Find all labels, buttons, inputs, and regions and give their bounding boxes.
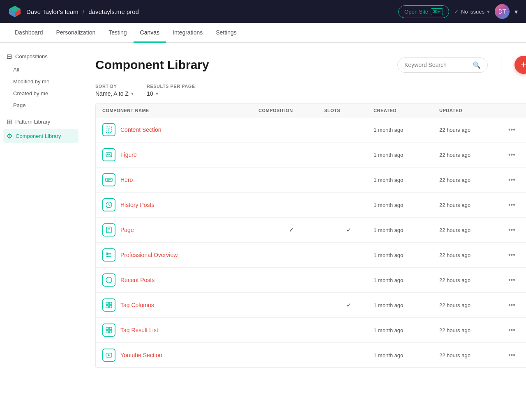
nav-personalization[interactable]: Personalization	[50, 23, 102, 43]
col-composition: COMPOSITION	[258, 108, 324, 113]
component-library-label: Component Library	[16, 133, 61, 139]
sort-by-select[interactable]: Name, A to Z ▾	[95, 90, 134, 97]
component-name-cell: Recent Posts	[102, 273, 258, 287]
component-icon	[102, 173, 115, 186]
component-icon	[102, 298, 115, 312]
component-name-cell: T Content Section	[102, 123, 258, 136]
open-site-button[interactable]: Open Site ⌘↵	[398, 5, 449, 18]
row-actions-cell: •••	[505, 325, 526, 335]
created-cell: 1 month ago	[374, 352, 439, 358]
sidebar-subsection-all[interactable]: All	[0, 64, 82, 76]
results-per-page-value: 10	[147, 90, 153, 97]
updated-cell: 22 hours ago	[439, 227, 505, 233]
component-name-link[interactable]: Tag Result List	[120, 327, 158, 333]
more-options-button[interactable]: •••	[505, 300, 519, 310]
more-options-button[interactable]: •••	[505, 174, 519, 185]
sidebar-item-component-library[interactable]: ⚙ Component Library	[3, 129, 78, 143]
main-layout: ⊟ Compositions All Modified by me Create…	[0, 43, 526, 420]
more-options-button[interactable]: •••	[505, 250, 519, 260]
row-actions-cell: •••	[505, 250, 526, 260]
results-chevron-icon: ▾	[156, 91, 158, 96]
svg-rect-7	[106, 178, 112, 181]
component-name-link[interactable]: Figure	[120, 151, 137, 158]
avatar-chevron[interactable]: ▾	[514, 8, 518, 16]
nav-canvas[interactable]: Canvas	[134, 23, 166, 43]
component-name-link[interactable]: Content Section	[120, 126, 161, 133]
sidebar-subsection-created[interactable]: Created by me	[0, 87, 82, 99]
page-title: Component Library	[95, 58, 209, 72]
col-component-name: COMPONENT NAME	[102, 108, 258, 113]
more-options-button[interactable]: •••	[505, 275, 519, 285]
components-table: COMPONENT NAME COMPOSITION SLOTS CREATED…	[95, 103, 526, 368]
created-cell: 1 month ago	[374, 202, 439, 208]
component-name-cell: History Posts	[102, 198, 258, 211]
no-issues-button[interactable]: ✓ No issues ▾	[454, 9, 490, 15]
more-options-button[interactable]: •••	[505, 350, 519, 360]
table-row: Tag Columns ✓ 1 month ago 22 hours ago •…	[96, 293, 526, 318]
updated-cell: 22 hours ago	[439, 277, 505, 283]
row-actions-cell: •••	[505, 350, 526, 360]
more-options-button[interactable]: •••	[505, 149, 519, 160]
svg-marker-33	[108, 354, 111, 356]
table-row: History Posts 1 month ago 22 hours ago •…	[96, 193, 526, 218]
composition-cell: ✓	[258, 227, 324, 233]
component-name-link[interactable]: Professional Overview	[120, 252, 178, 258]
nav-dashboard[interactable]: Dashboard	[8, 23, 50, 43]
main-content: Component Library 🔍 + SORT BY Name, A to…	[82, 43, 526, 420]
component-name-link[interactable]: Youtube Section	[120, 352, 162, 358]
component-name-link[interactable]: Hero	[120, 177, 133, 183]
component-icon	[102, 223, 115, 236]
all-label: All	[13, 67, 19, 73]
row-actions-cell: •••	[505, 300, 526, 310]
add-component-button[interactable]: +	[514, 56, 526, 74]
results-per-page-select[interactable]: 10 ▾	[147, 90, 195, 97]
more-options-button[interactable]: •••	[505, 124, 519, 135]
updated-cell: 22 hours ago	[439, 202, 505, 208]
modified-label: Modified by me	[13, 78, 49, 85]
sort-chevron-icon: ▾	[131, 91, 134, 96]
sort-by-value: Name, A to Z	[95, 90, 129, 97]
updated-cell: 22 hours ago	[439, 327, 505, 333]
component-name-cell: Page	[102, 223, 258, 236]
created-cell: 1 month ago	[374, 277, 439, 283]
sidebar-item-compositions[interactable]: ⊟ Compositions	[0, 49, 82, 64]
updated-cell: 22 hours ago	[439, 152, 505, 158]
nav-testing[interactable]: Testing	[102, 23, 133, 43]
sidebar-subsection-modified[interactable]: Modified by me	[0, 76, 82, 87]
more-options-button[interactable]: •••	[505, 225, 519, 235]
svg-rect-18	[106, 252, 108, 254]
nav-integrations[interactable]: Integrations	[166, 23, 209, 43]
created-cell: 1 month ago	[374, 327, 439, 333]
search-input[interactable]	[404, 62, 469, 68]
header-actions: 🔍 +	[397, 56, 526, 74]
table-row: Page ✓ ✓ 1 month ago 22 hours ago •••	[96, 218, 526, 243]
more-options-button[interactable]: •••	[505, 325, 519, 335]
row-actions-cell: •••	[505, 225, 526, 235]
component-icon	[102, 148, 115, 161]
nav-settings[interactable]: Settings	[209, 23, 243, 43]
sidebar-subsection-page[interactable]: Page	[0, 99, 82, 111]
component-icon	[102, 349, 115, 362]
created-cell: 1 month ago	[374, 177, 439, 183]
avatar[interactable]: DT	[495, 4, 510, 19]
team-project-name: Dave Taylor's team / davetayls.me prod	[26, 8, 139, 15]
row-actions-cell: •••	[505, 200, 526, 210]
sort-by-group: SORT BY Name, A to Z ▾	[95, 84, 134, 97]
sort-by-label: SORT BY	[95, 84, 134, 89]
sidebar-item-pattern-library[interactable]: ⊞ Pattern Library	[0, 115, 82, 129]
more-options-button[interactable]: •••	[505, 200, 519, 210]
search-icon: 🔍	[473, 61, 481, 69]
open-site-shortcut: ⌘↵	[431, 8, 443, 15]
component-name-link[interactable]: History Posts	[120, 202, 154, 208]
component-name-link[interactable]: Recent Posts	[120, 277, 155, 283]
component-name-link[interactable]: Page	[120, 227, 134, 233]
component-name-link[interactable]: Tag Columns	[120, 302, 154, 308]
slots-cell: ✓	[324, 227, 374, 233]
component-icon	[102, 198, 115, 211]
component-name-cell: Tag Columns	[102, 298, 258, 312]
vertical-divider	[501, 57, 501, 73]
content-header: Component Library 🔍 +	[95, 56, 526, 74]
col-actions	[505, 108, 526, 113]
created-cell: 1 month ago	[374, 227, 439, 233]
nav-bar: Dashboard Personalization Testing Canvas…	[0, 23, 526, 43]
